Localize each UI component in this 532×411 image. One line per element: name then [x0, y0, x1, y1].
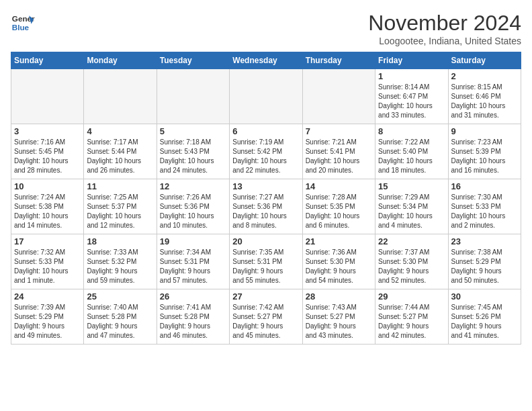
day-number: 27 [232, 291, 299, 302]
day-info: Sunrise: 7:37 AM Sunset: 5:30 PM Dayligh… [378, 248, 445, 285]
calendar-cell: 13Sunrise: 7:27 AM Sunset: 5:36 PM Dayli… [230, 179, 302, 234]
column-header-saturday: Saturday [448, 52, 521, 69]
column-header-tuesday: Tuesday [157, 52, 229, 69]
calendar-cell: 1Sunrise: 8:14 AM Sunset: 6:47 PM Daylig… [375, 69, 448, 124]
day-number: 1 [378, 71, 445, 81]
calendar-week-row: 24Sunrise: 7:39 AM Sunset: 5:29 PM Dayli… [11, 289, 521, 345]
calendar-cell: 6Sunrise: 7:19 AM Sunset: 5:42 PM Daylig… [230, 124, 302, 179]
calendar-cell: 14Sunrise: 7:28 AM Sunset: 5:35 PM Dayli… [302, 179, 375, 234]
day-number: 2 [451, 71, 518, 81]
day-number: 13 [232, 181, 299, 191]
day-info: Sunrise: 7:16 AM Sunset: 5:45 PM Dayligh… [14, 138, 81, 175]
calendar-cell [302, 69, 375, 124]
day-number: 4 [87, 126, 153, 136]
day-number: 21 [306, 236, 372, 246]
header: General Blue November 2024 Loogootee, In… [11, 11, 521, 46]
calendar-cell [230, 69, 302, 124]
calendar-cell: 28Sunrise: 7:43 AM Sunset: 5:27 PM Dayli… [302, 289, 375, 345]
day-info: Sunrise: 7:29 AM Sunset: 5:34 PM Dayligh… [378, 193, 445, 230]
day-info: Sunrise: 7:34 AM Sunset: 5:31 PM Dayligh… [160, 248, 226, 285]
calendar-cell: 30Sunrise: 7:45 AM Sunset: 5:26 PM Dayli… [448, 289, 521, 345]
column-header-friday: Friday [375, 52, 448, 69]
calendar-cell: 18Sunrise: 7:33 AM Sunset: 5:32 PM Dayli… [84, 234, 157, 289]
calendar-cell: 7Sunrise: 7:21 AM Sunset: 5:41 PM Daylig… [302, 124, 375, 179]
calendar-cell [157, 69, 229, 124]
day-number: 11 [87, 181, 153, 191]
day-number: 25 [87, 291, 153, 302]
calendar-cell: 19Sunrise: 7:34 AM Sunset: 5:31 PM Dayli… [157, 234, 229, 289]
calendar-cell [11, 69, 84, 124]
day-info: Sunrise: 7:25 AM Sunset: 5:37 PM Dayligh… [87, 193, 153, 230]
day-number: 12 [160, 181, 226, 191]
day-info: Sunrise: 7:38 AM Sunset: 5:29 PM Dayligh… [451, 248, 518, 285]
day-info: Sunrise: 7:36 AM Sunset: 5:30 PM Dayligh… [306, 248, 372, 285]
day-number: 15 [378, 181, 445, 191]
calendar-cell: 4Sunrise: 7:17 AM Sunset: 5:44 PM Daylig… [84, 124, 157, 179]
day-number: 24 [14, 291, 81, 302]
calendar-cell: 25Sunrise: 7:40 AM Sunset: 5:28 PM Dayli… [84, 289, 157, 345]
calendar-week-row: 3Sunrise: 7:16 AM Sunset: 5:45 PM Daylig… [11, 124, 521, 179]
day-number: 5 [160, 126, 226, 136]
day-info: Sunrise: 7:42 AM Sunset: 5:27 PM Dayligh… [232, 303, 299, 340]
calendar-cell: 22Sunrise: 7:37 AM Sunset: 5:30 PM Dayli… [375, 234, 448, 289]
calendar-week-row: 1Sunrise: 8:14 AM Sunset: 6:47 PM Daylig… [11, 69, 521, 124]
calendar-cell: 2Sunrise: 8:15 AM Sunset: 6:46 PM Daylig… [448, 69, 521, 124]
day-number: 17 [14, 236, 81, 246]
day-info: Sunrise: 8:14 AM Sunset: 6:47 PM Dayligh… [378, 83, 445, 120]
calendar-cell: 9Sunrise: 7:23 AM Sunset: 5:39 PM Daylig… [448, 124, 521, 179]
day-info: Sunrise: 7:22 AM Sunset: 5:40 PM Dayligh… [378, 138, 445, 175]
calendar-cell [84, 69, 157, 124]
day-number: 3 [14, 126, 81, 136]
day-info: Sunrise: 7:32 AM Sunset: 5:33 PM Dayligh… [14, 248, 81, 285]
day-number: 29 [378, 291, 445, 302]
logo: General Blue [11, 11, 35, 35]
day-number: 28 [306, 291, 372, 302]
calendar-cell: 5Sunrise: 7:18 AM Sunset: 5:43 PM Daylig… [157, 124, 229, 179]
day-info: Sunrise: 7:39 AM Sunset: 5:29 PM Dayligh… [14, 303, 81, 340]
calendar-cell: 20Sunrise: 7:35 AM Sunset: 5:31 PM Dayli… [230, 234, 302, 289]
day-number: 7 [306, 126, 372, 136]
day-info: Sunrise: 7:44 AM Sunset: 5:27 PM Dayligh… [378, 303, 445, 340]
calendar-cell: 26Sunrise: 7:41 AM Sunset: 5:28 PM Dayli… [157, 289, 229, 345]
day-number: 10 [14, 181, 81, 191]
day-number: 30 [451, 291, 518, 302]
calendar-cell: 24Sunrise: 7:39 AM Sunset: 5:29 PM Dayli… [11, 289, 84, 345]
day-number: 22 [378, 236, 445, 246]
calendar-cell: 21Sunrise: 7:36 AM Sunset: 5:30 PM Dayli… [302, 234, 375, 289]
day-number: 26 [160, 291, 226, 302]
day-number: 8 [378, 126, 445, 136]
logo-icon: General Blue [11, 11, 35, 35]
day-number: 18 [87, 236, 153, 246]
day-info: Sunrise: 7:30 AM Sunset: 5:33 PM Dayligh… [451, 193, 518, 230]
calendar-cell: 8Sunrise: 7:22 AM Sunset: 5:40 PM Daylig… [375, 124, 448, 179]
day-info: Sunrise: 8:15 AM Sunset: 6:46 PM Dayligh… [451, 83, 518, 120]
day-info: Sunrise: 7:41 AM Sunset: 5:28 PM Dayligh… [160, 303, 226, 340]
calendar-week-row: 17Sunrise: 7:32 AM Sunset: 5:33 PM Dayli… [11, 234, 521, 289]
calendar-cell: 10Sunrise: 7:24 AM Sunset: 5:38 PM Dayli… [11, 179, 84, 234]
calendar-cell: 17Sunrise: 7:32 AM Sunset: 5:33 PM Dayli… [11, 234, 84, 289]
calendar-cell: 3Sunrise: 7:16 AM Sunset: 5:45 PM Daylig… [11, 124, 84, 179]
calendar-header-row: SundayMondayTuesdayWednesdayThursdayFrid… [11, 52, 521, 69]
column-header-wednesday: Wednesday [230, 52, 302, 69]
calendar-cell: 16Sunrise: 7:30 AM Sunset: 5:33 PM Dayli… [448, 179, 521, 234]
location-title: Loogootee, Indiana, United States [368, 36, 521, 46]
day-number: 9 [451, 126, 518, 136]
day-info: Sunrise: 7:43 AM Sunset: 5:27 PM Dayligh… [306, 303, 372, 340]
day-number: 6 [232, 126, 299, 136]
day-info: Sunrise: 7:45 AM Sunset: 5:26 PM Dayligh… [451, 303, 518, 340]
calendar-week-row: 10Sunrise: 7:24 AM Sunset: 5:38 PM Dayli… [11, 179, 521, 234]
day-info: Sunrise: 7:33 AM Sunset: 5:32 PM Dayligh… [87, 248, 153, 285]
day-info: Sunrise: 7:27 AM Sunset: 5:36 PM Dayligh… [232, 193, 299, 230]
day-info: Sunrise: 7:21 AM Sunset: 5:41 PM Dayligh… [306, 138, 372, 175]
calendar-cell: 27Sunrise: 7:42 AM Sunset: 5:27 PM Dayli… [230, 289, 302, 345]
calendar-table: SundayMondayTuesdayWednesdayThursdayFrid… [11, 52, 521, 345]
day-number: 23 [451, 236, 518, 246]
calendar-cell: 11Sunrise: 7:25 AM Sunset: 5:37 PM Dayli… [84, 179, 157, 234]
day-info: Sunrise: 7:26 AM Sunset: 5:36 PM Dayligh… [160, 193, 226, 230]
calendar-cell: 15Sunrise: 7:29 AM Sunset: 5:34 PM Dayli… [375, 179, 448, 234]
day-number: 16 [451, 181, 518, 191]
day-info: Sunrise: 7:24 AM Sunset: 5:38 PM Dayligh… [14, 193, 81, 230]
day-info: Sunrise: 7:17 AM Sunset: 5:44 PM Dayligh… [87, 138, 153, 175]
day-info: Sunrise: 7:40 AM Sunset: 5:28 PM Dayligh… [87, 303, 153, 340]
day-number: 20 [232, 236, 299, 246]
